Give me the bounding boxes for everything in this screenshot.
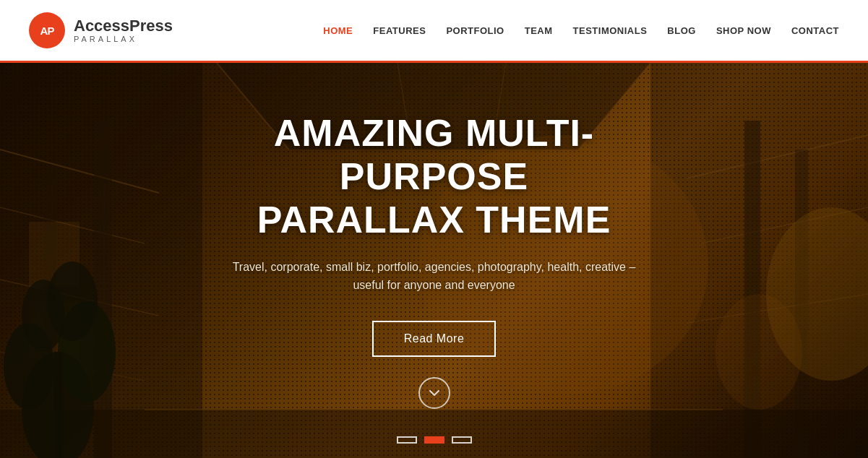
main-nav: HOME FEATURES PORTFOLIO TEAM TESTIMONIAL… xyxy=(323,25,839,36)
slider-dot-1[interactable] xyxy=(397,436,417,444)
logo-sub: PARALLAX xyxy=(74,35,173,43)
slider-dot-3[interactable] xyxy=(452,436,472,444)
hero-section: AMAZING MULTI-PURPOSE PARALLAX THEME Tra… xyxy=(0,63,868,458)
slider-dot-2[interactable] xyxy=(424,436,444,444)
nav-blog[interactable]: BLOG xyxy=(667,25,696,36)
header: AP AccessPress PARALLAX HOME FEATURES PO… xyxy=(0,0,868,63)
logo-text: AccessPress PARALLAX xyxy=(74,17,173,43)
nav-home[interactable]: HOME xyxy=(323,25,353,36)
read-more-button[interactable]: Read More xyxy=(372,321,497,357)
logo-name: AccessPress xyxy=(74,17,173,35)
slider-dots xyxy=(397,436,472,444)
nav-team[interactable]: TEAM xyxy=(525,25,553,36)
hero-title: AMAZING MULTI-PURPOSE PARALLAX THEME xyxy=(196,112,673,241)
scroll-down-button[interactable] xyxy=(418,377,450,409)
nav-shopnow[interactable]: SHOP NOW xyxy=(716,25,771,36)
nav-testimonials[interactable]: TESTIMONIALS xyxy=(573,25,648,36)
hero-content: AMAZING MULTI-PURPOSE PARALLAX THEME Tra… xyxy=(181,112,687,409)
nav-portfolio[interactable]: PORTFOLIO xyxy=(446,25,504,36)
nav-features[interactable]: FEATURES xyxy=(373,25,426,36)
nav-contact[interactable]: CONTACT xyxy=(791,25,839,36)
chevron-down-icon xyxy=(428,386,441,399)
logo-icon: AP xyxy=(29,12,65,48)
logo: AP AccessPress PARALLAX xyxy=(29,12,173,48)
hero-subtitle: Travel, corporate, small biz, portfolio,… xyxy=(196,258,673,295)
